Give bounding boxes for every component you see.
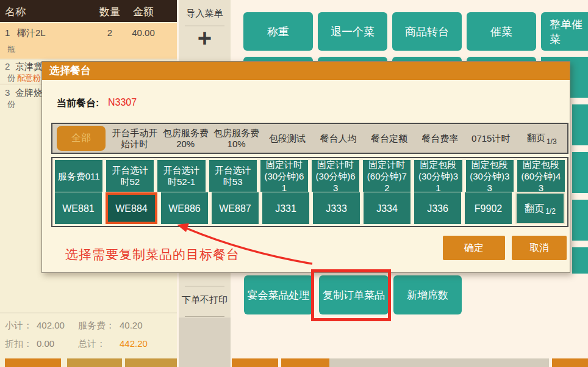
select-table-dialog: 选择餐台 当前餐台: N3307 全部 开台手动开始计时 包房服务费20% 包房…	[41, 61, 570, 273]
rush-order-button[interactable]: 整单催菜	[541, 12, 588, 51]
table-category-tabbar: 全部 开台手动开始计时 包房服务费20% 包房服务费10% 包段测试 餐台人均 …	[51, 123, 568, 154]
no-print-button[interactable]: 下单不打印	[179, 294, 231, 306]
service-value: 40.20	[120, 320, 143, 330]
rush-dish-button[interactable]: 催菜	[467, 12, 536, 51]
discount-label: 折扣：	[5, 338, 32, 350]
tab-page-label: 翻页	[527, 133, 545, 143]
table-button[interactable]: F9902	[465, 192, 512, 224]
bottom-bar-button[interactable]	[5, 358, 61, 367]
col-qty: 数量	[95, 5, 125, 19]
bottom-bar-button[interactable]	[125, 358, 177, 367]
tab-page-turn[interactable]: 翻页1/3	[517, 133, 567, 144]
covered-button[interactable]	[572, 247, 588, 274]
return-dish-button[interactable]: 退一个菜	[318, 12, 387, 51]
add-item-button[interactable]: +	[179, 24, 231, 52]
dialog-title: 选择餐台	[42, 62, 570, 80]
current-table-label: 当前餐台:	[57, 97, 99, 110]
import-menu-button[interactable]: 导入菜单	[179, 8, 231, 20]
tab-fixed-quota[interactable]: 餐台定额	[364, 133, 414, 144]
transfer-item-button[interactable]: 商品转台	[392, 12, 462, 51]
table-button[interactable]: 开台选计时52	[106, 160, 154, 192]
table-button[interactable]: 开台选计时52-1	[157, 160, 205, 192]
col-name: 名称	[5, 5, 26, 19]
order-list-header: 名称 数量 金额	[0, 0, 177, 22]
highlight-box-copy-order	[311, 269, 391, 321]
bottom-bar-button[interactable]	[232, 358, 278, 367]
table-button[interactable]: J333	[313, 192, 360, 224]
covered-button[interactable]	[572, 152, 588, 193]
tab-page-number: 1/3	[547, 137, 557, 146]
tab-room-service-20[interactable]: 包房服务费20%	[160, 128, 210, 150]
table-grid-row1: 服务费011 开台选计时52 开台选计时52-1 开台选计时53 固定计时(30…	[55, 160, 565, 192]
row1-qty: 2	[95, 27, 125, 38]
table-button[interactable]: WE881	[55, 192, 102, 224]
row-separator	[0, 59, 177, 60]
subtotal-label: 小计：	[5, 320, 32, 332]
table-button[interactable]: 固定包段(60分钟)43	[517, 160, 565, 192]
table-grid-row2: WE881 WE884 WE886 WE887 J331 J333 J334 J…	[55, 192, 565, 224]
summary-divider	[0, 313, 177, 313]
grid-page-label: 翻页	[525, 203, 544, 214]
row1-amount: 40.00	[125, 27, 162, 38]
table-button[interactable]: 固定包段(30分钟)31	[414, 160, 462, 192]
bottom-bar-button[interactable]	[281, 358, 329, 367]
tab-segment-test[interactable]: 包段测试	[262, 133, 312, 144]
table-button[interactable]: J336	[414, 192, 461, 224]
table-grid: 服务费011 开台选计时52 开台选计时52-1 开台选计时53 固定计时(30…	[51, 157, 568, 227]
table-button[interactable]: J334	[364, 192, 411, 224]
row1-no: 1	[5, 27, 10, 38]
table-button[interactable]: J331	[262, 192, 309, 224]
row3-no: 3	[5, 87, 10, 98]
table-button[interactable]: 开台选计时53	[209, 160, 257, 192]
current-table-value: N3307	[108, 97, 137, 108]
discount-value: 0.00	[37, 338, 54, 349]
banquet-dishes-button[interactable]: 宴会菜品处理	[244, 275, 313, 314]
table-button[interactable]: 固定计时(30分钟)63	[312, 160, 359, 192]
tab-manual-timing[interactable]: 开台手动开始计时	[109, 128, 160, 150]
row2-note: 配意粉	[17, 73, 41, 84]
tab-0715-timing[interactable]: 0715计时	[465, 133, 516, 144]
pos-screen: 名称 数量 金额 1 椰汁2L 2 40.00 瓶 2 京津冀 份 配意粉 3 …	[0, 0, 588, 367]
add-seats-button[interactable]: 新增席数	[393, 275, 462, 314]
covered-button[interactable]	[572, 104, 588, 145]
row3-name[interactable]: 金牌烧	[15, 87, 43, 99]
menu-divider	[185, 316, 224, 317]
cancel-button[interactable]: 取消	[512, 236, 567, 260]
tab-per-capita[interactable]: 餐台人均	[313, 133, 364, 144]
row1-unit: 瓶	[7, 44, 15, 55]
confirm-button[interactable]: 确定	[443, 236, 505, 260]
grid-page-number: 1/2	[545, 206, 556, 217]
tab-all[interactable]: 全部	[57, 126, 106, 151]
table-button[interactable]: WE887	[212, 192, 259, 224]
menu-divider	[185, 286, 224, 286]
tab-table-rate[interactable]: 餐台费率	[415, 133, 465, 144]
total-value: 442.20	[120, 338, 148, 349]
col-amount: 金额	[125, 5, 162, 19]
grid-page-turn-button[interactable]: 翻页1/2	[515, 192, 565, 224]
tab-room-service-10[interactable]: 包房服务费10%	[211, 128, 262, 150]
service-label: 服务费：	[78, 320, 115, 332]
row2-no: 2	[5, 61, 10, 71]
table-button[interactable]: 固定计时(60分钟)72	[363, 160, 411, 192]
covered-button[interactable]	[572, 200, 588, 241]
bottom-bar-button[interactable]	[67, 358, 122, 367]
table-button[interactable]: 服务费011	[55, 160, 102, 192]
table-button[interactable]: 固定计时(30分钟)61	[260, 160, 308, 192]
row2-name[interactable]: 京津冀	[15, 61, 43, 73]
bottom-bar-panel	[329, 358, 549, 367]
row2-unit: 份	[7, 73, 15, 84]
bottom-bar-button[interactable]	[552, 358, 588, 367]
subtotal-value: 402.00	[37, 320, 65, 330]
table-button[interactable]: 固定包段(30分钟)33	[466, 160, 514, 192]
annotation-text: 选择需要复制菜品的目标餐台	[65, 246, 240, 263]
table-button[interactable]: WE886	[161, 192, 208, 224]
middle-menu-footer	[179, 318, 231, 367]
weigh-button[interactable]: 称重	[243, 12, 313, 51]
total-label: 总计：	[78, 338, 106, 350]
table-button-selected[interactable]: WE884	[106, 192, 157, 224]
row3-unit: 份	[7, 99, 15, 110]
row1-name: 椰汁2L	[17, 27, 46, 39]
